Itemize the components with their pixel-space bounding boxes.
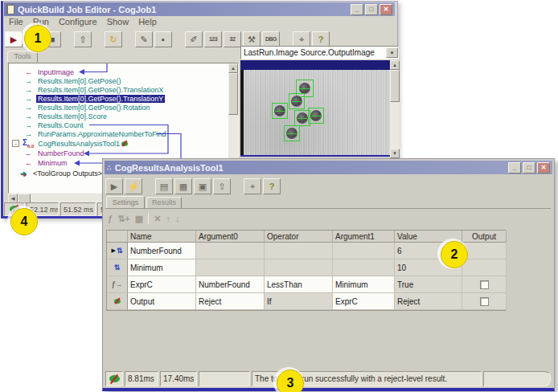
column-header-name[interactable]: Name xyxy=(128,231,196,243)
input-arrow-icon: ← xyxy=(25,149,36,157)
column-header-argument0[interactable]: Argument0 xyxy=(196,231,265,243)
menu-configure[interactable]: Configure xyxy=(55,17,101,29)
column-header-operator[interactable]: Operator xyxy=(265,231,333,243)
status-filler-panel xyxy=(483,371,551,386)
help-icon[interactable]: ? xyxy=(312,31,330,47)
tree-item-cogresultsanalysistool1[interactable]: - Σ6.0 CogResultsAnalysisTool1 xyxy=(9,138,228,149)
output-arrow-icon: → xyxy=(25,104,36,112)
edit-control-button[interactable]: ✐ xyxy=(185,31,203,47)
row-header[interactable] xyxy=(107,293,128,310)
row-header[interactable]: ▶⇅ xyxy=(107,243,128,259)
row-header[interactable]: ⇅ xyxy=(107,259,128,276)
menu-show[interactable]: Show xyxy=(103,17,133,29)
tree-item-numberfound[interactable]: ←NumberFound xyxy=(9,149,228,158)
minimize-icon[interactable]: _ xyxy=(508,162,521,174)
cell-argument1[interactable]: Minimum xyxy=(333,276,395,293)
refresh-icon[interactable]: ↻ xyxy=(105,31,122,47)
display-dbg-button[interactable]: DBG xyxy=(262,31,280,47)
callout-badge-2: 2 xyxy=(441,241,468,268)
toolbar-separator xyxy=(148,213,149,224)
child-titlebar[interactable]: ∴ CogResultsAnalysisTool1 _ □ ✕ xyxy=(105,161,552,174)
tree-item-approximatenumbertofind[interactable]: →RunParams.ApproximateNumberToFind xyxy=(9,129,228,138)
help-icon[interactable]: ? xyxy=(263,178,281,194)
minimize-icon[interactable]: _ xyxy=(351,4,363,15)
reset-button[interactable]: ⇧ xyxy=(74,31,92,47)
cell-name[interactable]: Output xyxy=(128,293,196,310)
display-123-button[interactable]: 123 xyxy=(204,31,222,47)
output-arrow-icon: → xyxy=(25,77,36,85)
child-window-title: CogResultsAnalysisTool1 xyxy=(115,163,224,173)
tab-results[interactable]: Results xyxy=(146,197,182,209)
image-left-edge xyxy=(240,70,244,155)
cell-operator[interactable]: LessThan xyxy=(265,276,333,293)
add-grid-button[interactable]: ▦ xyxy=(135,214,143,224)
move-up-button[interactable]: ↑ xyxy=(166,214,170,223)
close-icon[interactable]: ✕ xyxy=(380,4,392,15)
main-titlebar[interactable]: QuickBuild Job Editor - CogJob1 _ □ ✕ xyxy=(4,2,395,16)
variable-icon: ⇅ xyxy=(114,263,121,272)
tab-tools[interactable]: Tools xyxy=(7,51,38,63)
maximize-icon[interactable]: □ xyxy=(365,4,378,15)
maximize-icon[interactable]: □ xyxy=(523,162,535,174)
tree-item-rotation[interactable]: →Results.Item[0].GetPose().Rotation xyxy=(9,103,228,112)
open-icon[interactable]: ▤ xyxy=(155,178,173,194)
tree-expander-icon[interactable]: - xyxy=(12,140,19,147)
table-row-output: Output Reject If ExprC Reject xyxy=(107,293,505,310)
image-vertical-scrollbar[interactable]: ▲ ▼ xyxy=(390,60,400,158)
reject-status-icon xyxy=(109,375,120,382)
menu-help[interactable]: Help xyxy=(134,17,161,29)
tree-item-score[interactable]: →Results.Item[0].Score xyxy=(9,112,228,120)
output-checkbox[interactable] xyxy=(480,280,489,289)
detach-button[interactable]: ▪ xyxy=(154,31,172,47)
menu-file[interactable]: File xyxy=(5,17,27,29)
image-record-value: LastRun.Image Source.OutputImage xyxy=(244,48,375,57)
tab-settings[interactable]: Settings xyxy=(106,196,145,209)
scroll-down-icon: ▼ xyxy=(390,149,400,158)
copy-results-icon[interactable]: ▣ xyxy=(194,178,211,194)
cell-name[interactable]: Minimum xyxy=(128,259,196,276)
close-icon[interactable]: ✕ xyxy=(537,162,550,174)
table-header-row: Name Argument0 Operator Argument1 Value … xyxy=(107,231,505,243)
cell-name[interactable]: ExprC xyxy=(128,276,196,293)
cell-argument0[interactable]: Reject xyxy=(196,293,265,310)
run-job-button[interactable]: ▶ xyxy=(5,31,23,47)
delete-row-button[interactable]: ✕ xyxy=(154,214,161,224)
run-tool-button[interactable]: ▶ xyxy=(105,178,123,194)
scroll-up-icon: ▲ xyxy=(228,63,238,73)
column-header-output[interactable]: Output xyxy=(462,231,507,243)
add-variable-button[interactable]: ⇅+ xyxy=(117,214,130,224)
callout-badge-3: 3 xyxy=(277,370,304,392)
output-arrow-icon: → xyxy=(25,130,36,138)
tab-divider xyxy=(105,208,551,209)
posting-icon[interactable]: ⌖ xyxy=(244,178,261,194)
image-record-selector[interactable]: LastRun.Image Source.OutputImage ▼ xyxy=(240,46,399,59)
tree-item-translationx[interactable]: →Results.Item[0].GetPose().TranslationX xyxy=(9,85,228,94)
tools-hammer-icon[interactable]: ⚒ xyxy=(243,31,261,47)
tree-item-inputimage[interactable]: ←InputImage xyxy=(9,67,228,76)
cell-argument1[interactable]: ExprC xyxy=(333,293,395,310)
input-arrow-icon: ← xyxy=(25,68,36,76)
output-checkbox[interactable] xyxy=(480,297,489,306)
tool-total-time-panel: 17.40ms xyxy=(160,371,197,386)
callout-badge-1: 1 xyxy=(24,25,51,52)
display-32-button[interactable]: 32 xyxy=(224,31,241,47)
cell-argument0[interactable]: NumberFound xyxy=(196,276,265,293)
detection-box xyxy=(272,103,288,119)
tree-item-translationy[interactable]: →Results.Item[0].GetPose().TranslationY xyxy=(9,94,228,103)
move-down-button[interactable]: ↓ xyxy=(175,214,180,223)
cell-name[interactable]: NumberFound xyxy=(128,243,196,259)
chevron-down-icon[interactable]: ▼ xyxy=(386,47,398,58)
row-header[interactable]: ƒ→ xyxy=(107,276,128,293)
reject-status-icon xyxy=(114,299,121,304)
add-formula-button[interactable]: ƒ xyxy=(108,214,113,223)
save-icon[interactable]: ▦ xyxy=(174,178,192,194)
import-icon[interactable]: ⇧ xyxy=(213,178,231,194)
posting-icon[interactable]: ⌖ xyxy=(293,31,310,47)
tree-item-results-count[interactable]: →Results.Count xyxy=(9,120,228,129)
expression-grid-toolbar: ƒ ⇅+ ▦ ✕ ↑ ↓ xyxy=(108,211,179,226)
brush-icon[interactable]: ✎ xyxy=(135,31,153,47)
cell-output xyxy=(462,259,507,276)
column-header-argument1[interactable]: Argument1 xyxy=(333,231,395,243)
tree-item-getpose[interactable]: →Results.Item[0].GetPose() xyxy=(9,76,228,85)
electric-run-button[interactable]: ⚡ xyxy=(125,178,142,194)
